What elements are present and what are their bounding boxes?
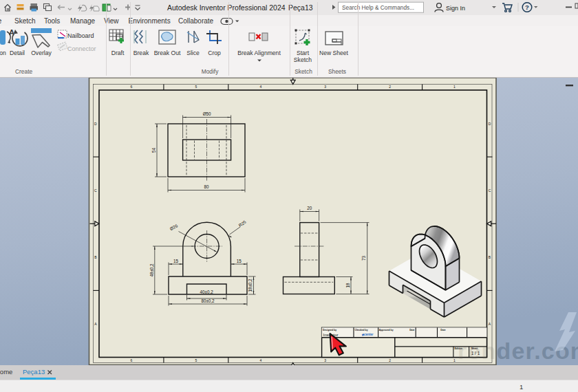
svg-text:5: 5 bbox=[195, 358, 197, 362]
svg-text:6: 6 bbox=[131, 85, 133, 89]
svg-text:D: D bbox=[94, 122, 97, 126]
svg-text:4: 4 bbox=[259, 358, 261, 362]
svg-text:Sign In: Sign In bbox=[446, 5, 465, 12]
svg-text:D: D bbox=[489, 122, 491, 126]
svg-text:73: 73 bbox=[362, 256, 367, 261]
svg-text:6: 6 bbox=[131, 358, 133, 362]
svg-text:40±0,2: 40±0,2 bbox=[200, 290, 214, 294]
svg-text:4: 4 bbox=[259, 85, 261, 89]
svg-text:3: 3 bbox=[324, 358, 326, 362]
svg-text:2: 2 bbox=[389, 85, 391, 89]
svg-text:Ø50: Ø50 bbox=[203, 111, 211, 116]
svg-text:Date: Date bbox=[409, 329, 414, 331]
svg-text:1: 1 bbox=[453, 358, 456, 362]
svg-text:20: 20 bbox=[307, 206, 312, 210]
svg-text:3: 3 bbox=[324, 85, 326, 89]
svg-text:5: 5 bbox=[195, 85, 197, 89]
svg-text:Approved by: Approved by bbox=[379, 329, 394, 331]
svg-text:48±0,2: 48±0,2 bbox=[149, 263, 154, 277]
svg-text:C: C bbox=[94, 188, 97, 193]
svg-text:18±0,2: 18±0,2 bbox=[248, 279, 253, 292]
svg-text:80±0,2: 80±0,2 bbox=[201, 298, 215, 303]
svg-text:?: ? bbox=[525, 3, 529, 11]
svg-text:Designed by: Designed by bbox=[323, 329, 336, 331]
svg-text:15: 15 bbox=[237, 259, 242, 263]
svg-text:C: C bbox=[489, 188, 491, 193]
svg-text:Search Help & Commands...: Search Help & Commands... bbox=[342, 4, 414, 11]
svg-text:54: 54 bbox=[151, 148, 156, 153]
svg-text:2: 2 bbox=[389, 358, 391, 362]
svg-text:◆center: ◆center bbox=[362, 333, 374, 336]
svg-text:1: 1 bbox=[453, 85, 456, 89]
svg-text:15: 15 bbox=[173, 259, 179, 263]
svg-text:Checked by: Checked by bbox=[355, 329, 368, 331]
svg-text:80: 80 bbox=[204, 184, 209, 189]
svg-text:Date: Date bbox=[440, 329, 445, 331]
svg-text:18: 18 bbox=[345, 283, 350, 288]
